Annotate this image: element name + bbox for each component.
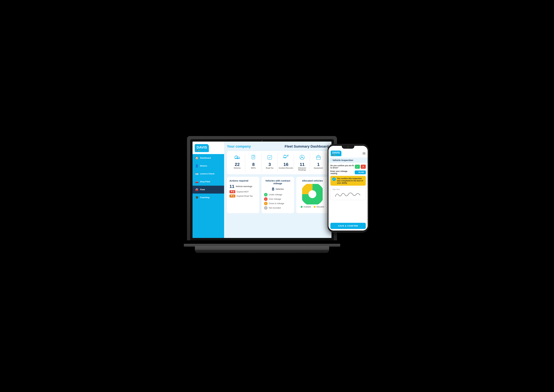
phone-camera xyxy=(347,146,349,147)
licence-icon: 🪪 xyxy=(195,172,199,175)
phone-page-title: Vehicle Inspection xyxy=(332,159,353,161)
mileage-card: Vehicles with contract mileage 8 Vehicle… xyxy=(262,177,294,213)
sidebar: DAVIS 🏠 xyxy=(193,141,224,238)
dot-green xyxy=(200,150,201,151)
signature-svg xyxy=(332,191,364,198)
equipment-icon xyxy=(316,154,321,161)
phone-nav-bar: ‹ Vehicle Inspection xyxy=(328,158,368,163)
confirm-text: You confirm this inspection was complete… xyxy=(337,177,364,184)
sign-box[interactable]: Sign here xyxy=(330,187,366,200)
sidebar-logo: DAVIS xyxy=(193,141,224,154)
available-dot xyxy=(301,206,303,208)
coaching-icon: 🎓 xyxy=(195,196,199,199)
allocated-dot xyxy=(314,206,316,208)
stat-incident: 16 Incident Records xyxy=(278,154,294,172)
incident-count: 16 xyxy=(284,162,288,167)
mileage-row: Enter your mileage reading xyxy=(330,170,366,175)
page-header: Your company Fleet Summary Dashboard xyxy=(227,144,329,148)
sidebar-item-fleet[interactable]: 🚘 Fleet xyxy=(193,186,224,194)
hamburger-menu-icon[interactable] xyxy=(363,153,366,154)
company-name: Your company xyxy=(227,144,251,148)
menu-line-2 xyxy=(363,153,366,154)
incident-label: Incident Records xyxy=(279,167,293,169)
legend-available: Available xyxy=(301,206,311,208)
laptop-foot-bottom xyxy=(195,250,329,253)
home-icon: 🏠 xyxy=(195,156,199,160)
warning-label: Vehicle warnings xyxy=(236,185,252,188)
mileage-label: Enter your mileage reading xyxy=(330,170,355,175)
back-arrow-icon[interactable]: ‹ xyxy=(331,159,332,162)
svg-point-25 xyxy=(309,190,317,198)
dot-orange xyxy=(198,150,199,151)
close-mileage-row: 2 Close to mileage xyxy=(264,202,291,205)
under-mileage-badge: 2 xyxy=(264,193,268,196)
actions-card: Actions required 11 Vehicle warnings ⚑ xyxy=(227,177,259,213)
phone-dot-red xyxy=(332,154,333,155)
mots-icon xyxy=(251,154,256,161)
stat-odometer: 11 Odometer Readings xyxy=(294,154,310,172)
laptop-screen: DAVIS 🏠 xyxy=(193,141,332,238)
fit-to-drive-label: Do you confirm you are fit to drive? xyxy=(330,164,355,169)
over-mileage-badge: 3 xyxy=(264,197,268,201)
mots-label: MOTs xyxy=(251,167,256,169)
phone-dot-orange xyxy=(334,154,335,155)
fleet-icon: 🚘 xyxy=(195,188,199,191)
odometer-count: 11 xyxy=(300,162,305,167)
laptop: DAVIS 🏠 xyxy=(187,136,337,256)
phone-screen: DAVIS ‹ Vehicle Inspection xyxy=(328,146,368,231)
sidebar-item-dashboard[interactable]: 🏠 Dashboard xyxy=(193,154,224,162)
pie-legend: Available Allocated xyxy=(301,206,324,208)
save-confirm-button[interactable]: SAVE & CONFIRM xyxy=(330,223,366,229)
confirm-check-icon: ✓ xyxy=(332,177,336,181)
vehicles-count: 22 xyxy=(235,162,240,167)
legend-allocated: Allocated xyxy=(314,206,324,208)
main-content: Your company Fleet Summary Dashboard xyxy=(224,141,332,238)
equipment-label: Equipment xyxy=(314,167,323,169)
incident-icon xyxy=(283,154,289,161)
svg-rect-6 xyxy=(252,155,255,159)
mileage-vehicle-count: 8 xyxy=(272,187,274,192)
mileage-vehicle-label: Vehicles xyxy=(276,188,284,190)
sidebar-item-drivers[interactable]: 👤 Drivers xyxy=(193,162,224,170)
page-title: Fleet Summary Dashboard xyxy=(284,144,329,148)
road-tax-icon xyxy=(267,154,273,161)
equipment-count: 1 xyxy=(317,162,320,167)
phone-dot-green xyxy=(335,154,336,155)
warning-count: 11 xyxy=(229,184,234,189)
svg-line-17 xyxy=(301,156,302,157)
bottom-row: Actions required 11 Vehicle warnings ⚑ xyxy=(227,177,329,213)
confirm-banner: ✓ You confirm this inspection was comple… xyxy=(330,176,366,186)
not-recorded-badge: 1 xyxy=(264,206,268,210)
actions-title: Actions required xyxy=(229,179,257,182)
stat-road-tax: 3 Road Tax xyxy=(262,154,278,172)
mots-count: 8 xyxy=(252,162,255,167)
road-tax-label: Road Tax xyxy=(266,167,274,169)
stat-vehicles: 22 Vehicles xyxy=(229,154,245,172)
expired-road-tax-badge: ⚑ 3 xyxy=(229,195,235,197)
allocated-title: Allocated vehicles xyxy=(299,179,326,182)
road-tax-count: 3 xyxy=(269,162,271,167)
davis-logo: DAVIS xyxy=(195,144,209,152)
allocated-card: Allocated vehicles xyxy=(296,177,329,213)
odometer-label: Odometer Readings xyxy=(295,167,309,171)
close-mileage-badge: 2 xyxy=(264,202,268,205)
mileage-input[interactable] xyxy=(355,170,366,174)
expired-road-tax-label: Expired Road Tax xyxy=(236,195,253,197)
menu-line-1 xyxy=(363,153,366,153)
odometer-icon xyxy=(299,154,305,161)
stats-row: 22 Vehicles xyxy=(227,151,329,174)
sidebar-item-grey-fleet[interactable]: 🚗 Grey Fleet xyxy=(193,178,224,186)
not-recorded-row: 1 Not recorded xyxy=(264,206,291,210)
over-mileage-row: 3 Over mileage xyxy=(264,197,291,201)
sidebar-item-coaching[interactable]: 🎓 Coaching xyxy=(193,194,224,202)
expired-road-tax-row: ⚑ 3 Expired Road Tax xyxy=(229,195,257,197)
vehicles-label: Vehicles xyxy=(234,167,241,169)
sidebar-item-licence-check[interactable]: 🪪 Licence Check xyxy=(193,170,224,178)
yes-button[interactable]: ✓ xyxy=(355,165,360,169)
vehicles-icon xyxy=(234,154,240,161)
svg-rect-21 xyxy=(316,156,320,159)
phone-davis-logo: DAVIS xyxy=(331,151,341,156)
phone: DAVIS ‹ Vehicle Inspection xyxy=(327,144,369,232)
no-button[interactable]: ✗ xyxy=(361,165,366,169)
mileage-title: Vehicles with contract mileage xyxy=(264,179,291,185)
